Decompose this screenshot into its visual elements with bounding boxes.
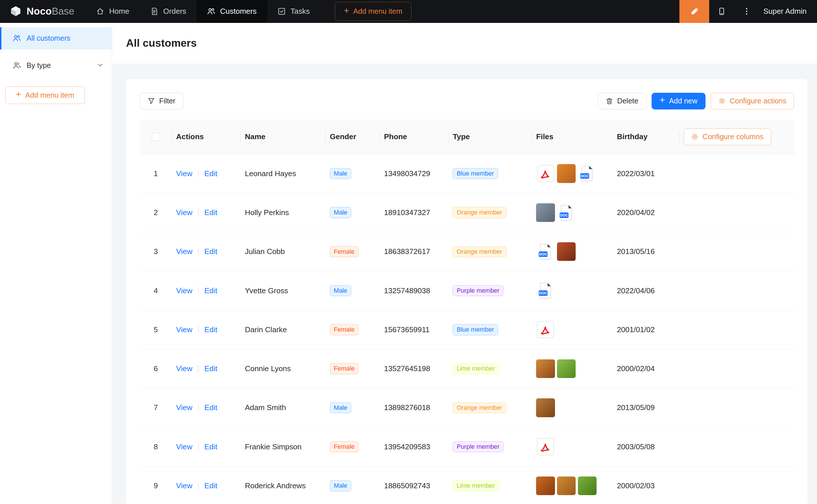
view-link[interactable]: View: [176, 247, 192, 256]
view-link[interactable]: View: [176, 403, 192, 412]
phone-value: 13898276018: [384, 403, 430, 412]
customer-name: Frankie Simpson: [245, 442, 302, 451]
edit-link[interactable]: Edit: [205, 247, 217, 256]
action-divider: [198, 248, 198, 255]
sidebar-item-label: By type: [27, 61, 51, 70]
type-tag: Purple member: [453, 441, 503, 452]
view-link[interactable]: View: [176, 208, 192, 217]
table-row: 7 ViewEdit Adam Smith Male 13898276018 O…: [139, 388, 794, 427]
table-row: 3 ViewEdit Julian Cobb Female 1863837261…: [139, 232, 794, 271]
filter-button[interactable]: Filter: [139, 93, 183, 109]
table-row: 8 ViewEdit Frankie Simpson Female 139542…: [139, 427, 794, 466]
action-divider: [198, 443, 198, 450]
view-link[interactable]: View: [176, 364, 192, 373]
nav-item-home[interactable]: Home: [86, 0, 139, 23]
gender-tag: Female: [330, 246, 359, 257]
customers-icon: [207, 7, 215, 15]
edit-link[interactable]: Edit: [205, 481, 217, 490]
image-thumbnail[interactable]: [536, 203, 555, 222]
nocobase-app: NocoBase Home Orders Customers Tasks +: [0, 0, 817, 504]
pdf-file-icon[interactable]: [536, 164, 555, 183]
row-index: 9: [154, 481, 158, 490]
birthday-value: 2003/05/08: [617, 442, 655, 451]
mobile-preview-button[interactable]: [709, 0, 734, 23]
tablet-icon: [718, 7, 726, 15]
image-thumbnail[interactable]: [557, 477, 575, 495]
files-cell: [536, 477, 608, 495]
phone-value: 13498034729: [384, 169, 430, 178]
edit-link[interactable]: Edit: [205, 208, 217, 217]
sidebar: All customers By type + Add menu item: [0, 23, 112, 504]
select-all-checkbox[interactable]: [152, 133, 160, 141]
gender-tag: Male: [330, 480, 351, 491]
sidebar-add-menu-item-button[interactable]: + Add menu item: [5, 86, 85, 104]
view-link[interactable]: View: [176, 169, 192, 178]
doc-file-icon[interactable]: DOC: [536, 281, 555, 300]
type-tag: Orange member: [453, 246, 506, 257]
edit-link[interactable]: Edit: [205, 403, 217, 412]
edit-link[interactable]: Edit: [205, 442, 217, 451]
action-divider: [198, 287, 198, 294]
type-tag: Lime member: [453, 480, 499, 491]
image-thumbnail[interactable]: [536, 477, 555, 495]
add-menu-item-button[interactable]: + Add menu item: [335, 2, 411, 21]
view-link[interactable]: View: [176, 286, 192, 295]
birthday-value: 2013/05/16: [617, 247, 655, 256]
view-link[interactable]: View: [176, 442, 192, 451]
action-divider: [198, 209, 198, 216]
image-thumbnail[interactable]: [536, 398, 555, 417]
birthday-value: 2000/02/04: [617, 364, 655, 373]
doc-file-icon[interactable]: DOC: [557, 203, 575, 222]
highlighter-icon: [690, 7, 699, 16]
type-tag: Blue member: [453, 168, 498, 179]
files-cell: [536, 398, 608, 417]
edit-link[interactable]: Edit: [205, 286, 217, 295]
gear-icon: [718, 97, 726, 105]
image-thumbnail[interactable]: [536, 359, 555, 378]
nocobase-logo[interactable]: NocoBase: [0, 0, 86, 23]
doc-file-icon[interactable]: DOC: [578, 164, 596, 183]
edit-link[interactable]: Edit: [205, 364, 217, 373]
table-toolbar: Filter Delete + Add new: [139, 93, 794, 109]
ui-editor-button[interactable]: [680, 0, 709, 23]
customers-table: Actions Name Gender Phone Type Files Bir…: [139, 120, 794, 504]
image-thumbnail[interactable]: [557, 164, 575, 183]
image-thumbnail[interactable]: [557, 359, 575, 378]
nav-item-orders[interactable]: Orders: [139, 0, 196, 23]
add-new-button[interactable]: + Add new: [652, 93, 706, 109]
column-header-name: Name: [241, 120, 326, 154]
column-header-files: Files: [532, 120, 613, 154]
team-icon: [13, 34, 21, 42]
svg-text:DOC: DOC: [539, 252, 547, 256]
files-cell: [536, 320, 608, 339]
user-menu[interactable]: Super Admin: [763, 7, 807, 16]
image-thumbnail[interactable]: [557, 242, 575, 261]
phone-value: 18638372617: [384, 247, 430, 256]
delete-button[interactable]: Delete: [598, 93, 647, 109]
nav-item-label: Customers: [220, 7, 257, 16]
sidebar-item-all-customers[interactable]: All customers: [0, 27, 112, 50]
top-navbar: NocoBase Home Orders Customers Tasks +: [0, 0, 817, 23]
nav-item-customers[interactable]: Customers: [196, 0, 267, 23]
pdf-file-icon[interactable]: [536, 320, 555, 339]
edit-link[interactable]: Edit: [205, 325, 217, 334]
nav-item-tasks[interactable]: Tasks: [267, 0, 320, 23]
view-link[interactable]: View: [176, 481, 192, 490]
phone-value: 18910347327: [384, 208, 430, 217]
edit-link[interactable]: Edit: [205, 169, 217, 178]
type-tag: Blue member: [453, 324, 498, 335]
sidebar-item-by-type[interactable]: By type: [0, 54, 112, 76]
type-tag: Orange member: [453, 402, 506, 413]
image-thumbnail[interactable]: [578, 477, 596, 495]
view-link[interactable]: View: [176, 325, 192, 334]
more-menu-button[interactable]: [734, 0, 759, 23]
vertical-ellipsis-icon: [743, 7, 751, 15]
plus-icon: +: [660, 96, 665, 105]
configure-actions-button[interactable]: Configure actions: [711, 93, 794, 109]
doc-file-icon[interactable]: DOC: [536, 242, 555, 261]
configure-columns-button[interactable]: Configure columns: [684, 129, 771, 145]
sidebar-item-label: All customers: [27, 34, 70, 42]
pdf-file-icon[interactable]: [536, 438, 555, 456]
column-header-actions: Actions: [172, 120, 241, 154]
files-cell: [536, 438, 608, 456]
